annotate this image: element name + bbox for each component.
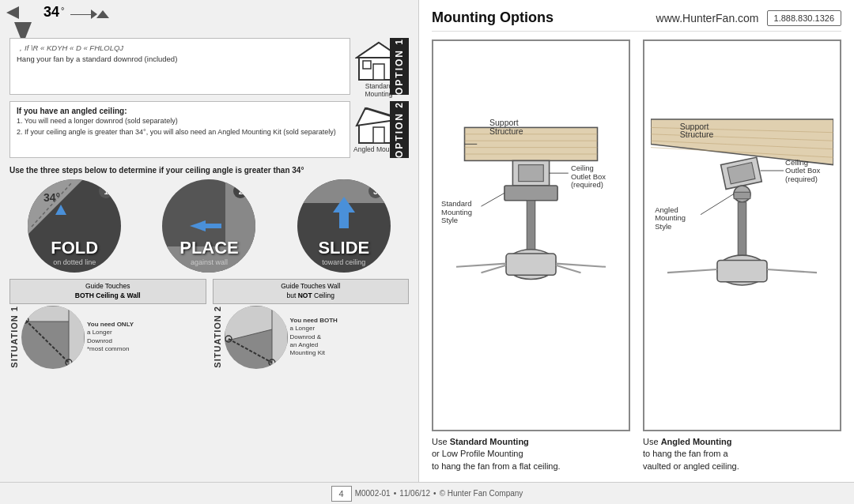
sit1-label: SITUATION 1 bbox=[9, 306, 19, 368]
footer-docnum: M0002-01 bbox=[355, 489, 391, 498]
sit2-desc-text: a LongerDownrod &an AngledMounting Kit bbox=[290, 325, 325, 356]
situation1: Guide Touches BOTH Ceiling & Wall SITUAT… bbox=[9, 279, 206, 369]
svg-rect-26 bbox=[272, 306, 288, 369]
svg-line-47 bbox=[556, 265, 581, 273]
svg-rect-65 bbox=[734, 192, 750, 198]
svg-text:Standard: Standard bbox=[441, 199, 471, 208]
footer-separator2: • bbox=[433, 489, 436, 498]
svg-line-69 bbox=[667, 269, 717, 273]
svg-rect-4 bbox=[373, 64, 384, 80]
svg-rect-40 bbox=[504, 186, 557, 201]
svg-line-44 bbox=[456, 264, 506, 267]
diagram1-box: Support Structure bbox=[432, 39, 630, 431]
svg-text:Mounting: Mounting bbox=[441, 208, 472, 216]
sit1-info-title: Guide Touches bbox=[85, 282, 130, 290]
svg-text:(required): (required) bbox=[785, 175, 818, 183]
diagram2-svg: Support Structure Ceiling Outlet Box (re… bbox=[651, 47, 833, 423]
option1-description: Hang your fan by a standard downrod (inc… bbox=[17, 55, 343, 63]
svg-marker-9 bbox=[28, 179, 83, 235]
sit1-circle bbox=[21, 306, 85, 369]
svg-line-77 bbox=[701, 194, 734, 214]
svg-text:Outlet Box: Outlet Box bbox=[571, 172, 606, 181]
step3-number: 3 bbox=[368, 184, 383, 198]
left-panel: 34 ° ，If \R « KDYH « D « FHLOLQJ bbox=[0, 0, 419, 482]
diagram1-caption-start: Use bbox=[432, 437, 450, 446]
option1-section: ，If \R « KDYH « D « FHLOLQJ Hang your fa… bbox=[9, 38, 409, 95]
svg-marker-12 bbox=[55, 205, 66, 215]
option2-section: If you have an angled ceiling: 1. You wi… bbox=[9, 101, 409, 158]
svg-text:Structure: Structure bbox=[680, 130, 714, 139]
svg-text:Ceiling: Ceiling bbox=[571, 164, 594, 172]
svg-rect-68 bbox=[717, 260, 767, 281]
svg-rect-16 bbox=[206, 224, 221, 228]
footer: 4 M0002-01 • 11/06/12 • © Hunter Fan Com… bbox=[0, 482, 854, 504]
option2-point1: 1. You will need a longer downrod (sold … bbox=[17, 117, 343, 126]
svg-rect-5 bbox=[363, 61, 371, 69]
step1-sub: on dotted line bbox=[53, 258, 96, 266]
step3-main: SLIDE bbox=[318, 238, 369, 258]
angle-degree: ° bbox=[61, 6, 64, 15]
sit2-desc-bold: You need BOTH bbox=[290, 317, 338, 324]
svg-text:Angled: Angled bbox=[655, 205, 678, 214]
steps-instruction: Use the three steps below to determine i… bbox=[9, 166, 409, 175]
page-number: 4 bbox=[331, 486, 352, 502]
sit2-label: SITUATION 2 bbox=[213, 306, 222, 368]
left-arrow-icon bbox=[6, 6, 19, 22]
svg-text:Outlet Box: Outlet Box bbox=[785, 166, 820, 175]
diagram1-svg: Support Structure bbox=[440, 47, 622, 423]
situations-row: Guide Touches BOTH Ceiling & Wall SITUAT… bbox=[9, 279, 409, 369]
svg-text:Style: Style bbox=[655, 222, 671, 231]
svg-text:(required): (required) bbox=[571, 180, 603, 189]
diagram2-section: Support Structure Ceiling Outlet Box (re… bbox=[643, 39, 841, 472]
steps-circles: 34° 1 FOLD on dotted line bbox=[9, 179, 409, 273]
footer-date: 11/06/12 bbox=[399, 489, 430, 498]
sit2-circle bbox=[225, 306, 288, 369]
svg-rect-66 bbox=[738, 202, 746, 256]
sit2-info-after: Ceiling bbox=[312, 291, 334, 299]
diagrams-container: Support Structure bbox=[432, 39, 841, 472]
svg-rect-30 bbox=[465, 127, 598, 160]
step1-circle: 34° 1 FOLD on dotted line bbox=[28, 179, 121, 273]
step2-circle: 2 PLACE against wall bbox=[162, 179, 255, 273]
svg-rect-39 bbox=[519, 165, 544, 182]
diagram1-section: Support Structure bbox=[432, 39, 630, 472]
option2-title: If you have an angled ceiling: bbox=[17, 107, 343, 115]
footer-separator1: • bbox=[394, 489, 397, 498]
step1-main: FOLD bbox=[51, 238, 98, 258]
sit1-info-bold: BOTH Ceiling & Wall bbox=[75, 291, 141, 299]
option2-point2: 2. If your ceiling angle is greater than… bbox=[17, 128, 343, 137]
diagram2-caption: Use Angled Mounting to hang the fan from… bbox=[643, 436, 841, 472]
sit1-desc-text: a LongerDownrod*most common bbox=[87, 329, 129, 352]
header-right: www.HunterFan.com 1.888.830.1326 bbox=[656, 10, 841, 26]
svg-marker-15 bbox=[190, 220, 206, 231]
svg-text:Mounting: Mounting bbox=[655, 213, 686, 222]
svg-marker-1 bbox=[6, 6, 19, 19]
step2-main: PLACE bbox=[179, 238, 239, 258]
diagram2-box: Support Structure Ceiling Outlet Box (re… bbox=[643, 39, 841, 431]
svg-line-27 bbox=[229, 339, 272, 363]
right-panel: Mounting Options www.HunterFan.com 1.888… bbox=[419, 0, 854, 482]
right-header: Mounting Options www.HunterFan.com 1.888… bbox=[432, 9, 841, 32]
svg-rect-8 bbox=[373, 127, 384, 143]
step3-circle: 3 SLIDE toward ceiling bbox=[297, 179, 391, 273]
sit2-desc: You need BOTH a LongerDownrod &an Angled… bbox=[290, 317, 410, 358]
option1-label: OPTION 1 bbox=[390, 38, 409, 95]
diagram2-caption-end: to hang the fan from avaulted or angled … bbox=[643, 449, 739, 470]
svg-line-70 bbox=[767, 269, 817, 273]
sit1-desc: You need ONLY a LongerDownrod*most commo… bbox=[87, 321, 206, 354]
svg-rect-41 bbox=[527, 201, 535, 250]
diagram1-caption-end: or Low Profile Mountingto hang the fan f… bbox=[432, 449, 561, 470]
option1-encoded-title: ，If \R « KDYH « D « FHLOLQJ bbox=[17, 43, 343, 54]
sit1-desc-bold: You need ONLY bbox=[87, 321, 134, 328]
angle-value: 34 bbox=[43, 4, 59, 21]
svg-line-46 bbox=[482, 265, 507, 273]
sit1-info: Guide Touches BOTH Ceiling & Wall bbox=[9, 279, 206, 304]
svg-rect-19 bbox=[339, 213, 349, 228]
sit2-bottom: SITUATION 2 You need BOTH a bbox=[213, 306, 410, 369]
svg-line-49 bbox=[482, 193, 504, 206]
sit2-info: Guide Touches Wall but NOT Ceiling bbox=[213, 279, 410, 304]
diagram2-caption-bold: Angled Mounting bbox=[661, 437, 732, 446]
diagram1-caption-bold: Standard Mounting bbox=[450, 437, 529, 446]
sit2-info-title: Guide Touches Wall bbox=[281, 282, 340, 290]
option2-label: OPTION 2 bbox=[390, 101, 409, 158]
